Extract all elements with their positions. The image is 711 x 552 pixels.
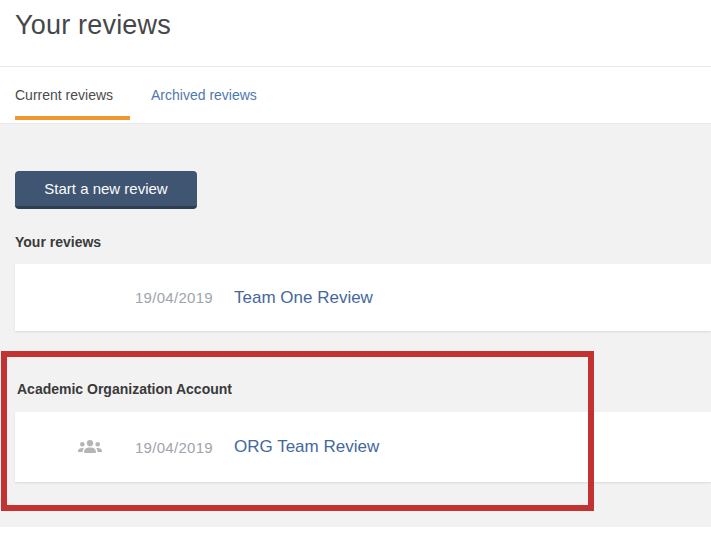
group-icon xyxy=(78,438,102,456)
tab-archived-reviews[interactable]: Archived reviews xyxy=(151,87,257,120)
review-date: 19/04/2019 xyxy=(85,439,213,456)
review-link-org-team[interactable]: ORG Team Review xyxy=(234,437,379,457)
tab-bar: Current reviews Archived reviews xyxy=(15,87,257,120)
review-row-team-one[interactable]: 19/04/2019 Team One Review xyxy=(15,264,711,331)
review-row-org-team[interactable]: 19/04/2019 ORG Team Review xyxy=(15,412,711,482)
start-new-review-button[interactable]: Start a new review xyxy=(15,171,197,209)
tab-current-reviews[interactable]: Current reviews xyxy=(15,87,130,120)
section-heading-academic-organization-account: Academic Organization Account xyxy=(17,381,232,397)
section-heading-your-reviews: Your reviews xyxy=(15,234,101,250)
review-link-team-one[interactable]: Team One Review xyxy=(234,288,373,308)
header-divider xyxy=(0,66,711,67)
review-date: 19/04/2019 xyxy=(85,289,213,306)
your-reviews-page: Your reviews Current reviews Archived re… xyxy=(0,0,711,552)
page-title: Your reviews xyxy=(15,10,171,41)
content-panel: Start a new review Your reviews 19/04/20… xyxy=(0,123,711,527)
